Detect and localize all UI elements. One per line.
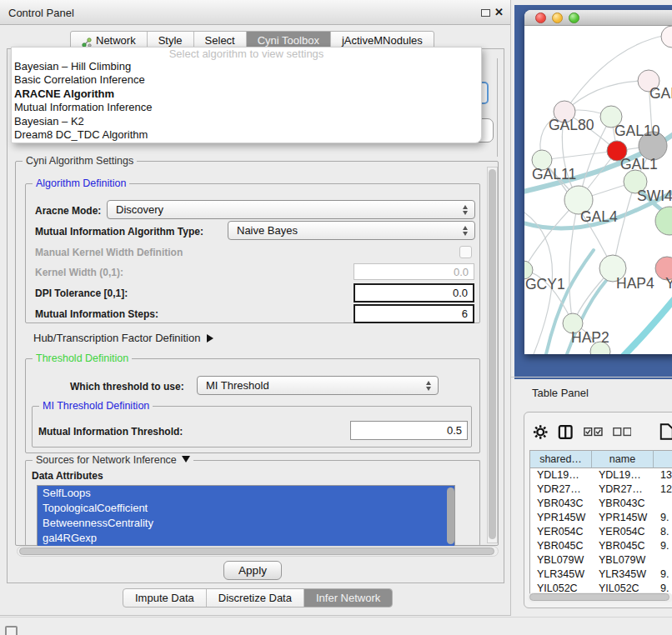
table-row[interactable]: YBR045CYBR045C9. xyxy=(530,539,672,553)
hub-definition-label: Hub/Transcription Factor Definition xyxy=(33,332,200,344)
close-panel-icon[interactable]: ✕ xyxy=(494,6,504,18)
table-cell: YDR27… xyxy=(530,482,592,497)
network-edge xyxy=(569,200,579,323)
manual-kernel-checkbox[interactable] xyxy=(459,246,472,258)
attributes-scrollbar-thumb[interactable] xyxy=(447,488,454,544)
divider xyxy=(511,377,672,378)
scrollbar-thumb[interactable] xyxy=(529,593,669,601)
attribute-item[interactable]: TopologicalCoefficient xyxy=(38,501,454,516)
table-cell: YER054C xyxy=(530,525,592,539)
control-panel-window: Control Panel ✕ NetworkStyleSelectCyni T… xyxy=(0,0,511,616)
apply-button[interactable]: Apply xyxy=(223,561,282,580)
table-row[interactable]: YBL079WYBL079W xyxy=(530,553,672,568)
node-label: HAP2 xyxy=(571,329,609,346)
gear-icon[interactable] xyxy=(533,423,548,441)
zoom-traffic-light-icon[interactable] xyxy=(569,12,579,23)
mi-threshold-label: Mutual Information Threshold: xyxy=(38,426,183,438)
table-cell: 9. xyxy=(654,511,672,525)
settings-vertical-scrollbar[interactable] xyxy=(487,167,498,543)
network-node-icon xyxy=(82,36,92,46)
network-edge xyxy=(621,296,672,354)
algorithm-option[interactable]: Dream8 DC_TDC Algorithm xyxy=(12,128,481,142)
mi-steps-input[interactable] xyxy=(354,304,474,323)
algorithm-option[interactable]: Mutual Information Inference xyxy=(12,101,481,114)
node-label: GCY1 xyxy=(525,276,565,292)
minimized-panel-icon[interactable] xyxy=(5,626,18,635)
columns-icon[interactable] xyxy=(558,423,573,441)
cyni-settings-title: Cyni Algorithm Settings xyxy=(23,155,137,167)
stepper-icon xyxy=(462,225,469,237)
hub-definition-toggle[interactable]: Hub/Transcription Factor Definition xyxy=(33,332,213,344)
mi-threshold-group-title: MI Threshold Definition xyxy=(39,400,153,412)
table-row[interactable]: YDR27…YDR27…12 xyxy=(530,482,672,497)
algorithm-option[interactable]: ARACNE Algorithm xyxy=(12,88,481,101)
float-panel-icon[interactable] xyxy=(481,9,490,17)
table-row[interactable]: YBR043CYBR043C xyxy=(530,497,672,511)
table-horizontal-scrollbar[interactable] xyxy=(528,592,672,602)
network-node[interactable] xyxy=(661,26,672,48)
document-icon[interactable] xyxy=(659,422,672,442)
table-cell: YER054C xyxy=(592,525,654,539)
checked-pair-icon[interactable] xyxy=(584,427,603,438)
algorithm-option[interactable]: Bayesian – Hill Climbing xyxy=(12,60,481,73)
algorithm-dropdown-placeholder: Select algorithm to view settings xyxy=(12,48,481,60)
table-cell: YBR045C xyxy=(530,539,592,553)
table-cell: YPR145W xyxy=(530,511,592,525)
table-header-row: shared…name xyxy=(530,450,672,468)
stepper-icon xyxy=(462,204,469,216)
manual-kernel-label: Manual Kernel Width Definition xyxy=(35,247,183,258)
which-threshold-select[interactable]: MI Threshold xyxy=(197,376,439,395)
scrollbar-thumb[interactable] xyxy=(489,169,496,539)
mi-threshold-input[interactable] xyxy=(350,421,468,440)
table-row[interactable]: YLR345WYLR345W9. xyxy=(530,568,672,582)
scrollbar-thumb[interactable] xyxy=(19,548,494,555)
node-label: GAL10 xyxy=(614,122,660,139)
aracne-mode-label: Aracne Mode: xyxy=(35,205,101,217)
mi-type-label: Mutual Information Algorithm Type: xyxy=(35,226,203,238)
table-cell: 8. xyxy=(654,525,672,539)
mi-type-select[interactable]: Naive Bayes xyxy=(228,221,475,240)
sources-group-title[interactable]: Sources for Network Inference xyxy=(33,454,193,466)
data-attributes-list: SelfLoopsTopologicalCoefficientBetweenne… xyxy=(37,485,455,547)
table-cell xyxy=(654,497,672,511)
mi-steps-label: Mutual Information Steps: xyxy=(35,308,158,320)
table-cell: YBR043C xyxy=(530,497,592,511)
bottom-tab-discretize-data[interactable]: Discretize Data xyxy=(207,589,304,608)
algorithm-dropdown-list: Bayesian – Hill ClimbingBasic Correlatio… xyxy=(12,60,481,142)
mi-type-value: Naive Bayes xyxy=(237,224,298,237)
algorithm-option[interactable]: Bayesian – K2 xyxy=(12,115,481,128)
table-panel: shared…name YDL19…YDL19…13YDR27…YDR27…12… xyxy=(524,412,672,608)
attribute-item[interactable]: SelfLoops xyxy=(38,486,454,501)
minimize-traffic-light-icon[interactable] xyxy=(552,12,563,23)
settings-horizontal-scrollbar[interactable] xyxy=(17,546,499,557)
network-canvas[interactable]: GALGAL80GAL10GAL1GAL11SWI4GAL4GCY1HAP4YH… xyxy=(524,26,672,354)
attribute-item[interactable]: gal4RGexp xyxy=(38,531,454,546)
table-row[interactable]: YER054CYER054C8. xyxy=(530,525,672,539)
node-label: GAL11 xyxy=(532,166,576,182)
unchecked-pair-icon[interactable] xyxy=(613,427,632,438)
close-traffic-light-icon[interactable] xyxy=(535,12,546,23)
table-cell: YLR345W xyxy=(530,568,592,582)
algorithm-dropdown-popup: Select algorithm to view settings Bayesi… xyxy=(11,47,482,143)
network-edge xyxy=(542,151,617,160)
table-body: YDL19…YDL19…13YDR27…YDR27…12YBR043CYBR04… xyxy=(530,468,672,596)
collapse-down-icon xyxy=(182,456,190,462)
node-label: GAL1 xyxy=(620,156,658,172)
kernel-width-input[interactable] xyxy=(354,263,474,280)
table-cell: YBR045C xyxy=(592,539,654,553)
bottom-tab-impute-data[interactable]: Impute Data xyxy=(123,589,207,608)
table-row[interactable]: YDL19…YDL19…13 xyxy=(530,468,672,482)
threshold-definition-title: Threshold Definition xyxy=(33,352,132,364)
network-node[interactable] xyxy=(655,207,672,235)
column-header[interactable]: shared… xyxy=(530,450,592,468)
aracne-mode-select[interactable]: Discovery xyxy=(107,200,475,219)
column-header[interactable]: name xyxy=(592,450,654,468)
dpi-tolerance-input[interactable] xyxy=(354,283,474,302)
algorithm-option[interactable]: Basic Correlation Inference xyxy=(12,73,481,87)
column-header[interactable] xyxy=(654,450,672,468)
table-cell: YDR27… xyxy=(592,482,654,497)
table-cell: YBL079W xyxy=(530,553,592,568)
attribute-item[interactable]: BetweennessCentrality xyxy=(38,516,454,531)
bottom-tab-infer-network[interactable]: Infer Network xyxy=(304,589,392,608)
table-row[interactable]: YPR145WYPR145W9. xyxy=(530,511,672,525)
